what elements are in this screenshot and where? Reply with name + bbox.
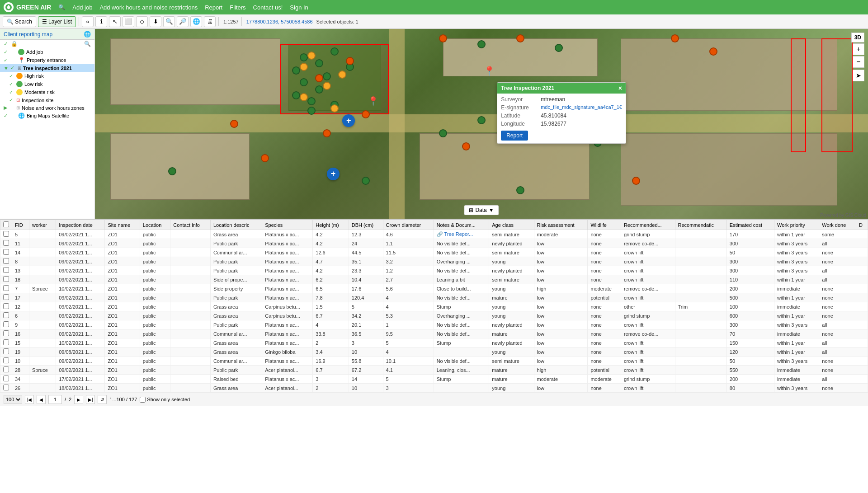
data-panel-button[interactable]: ⊞ Data ▼ [464,205,499,215]
col-notes[interactable]: Notes & Docum... [434,220,489,230]
col-rec1[interactable]: Recommended... [621,220,675,230]
sidebar-search-icon[interactable]: 🔍 [84,41,91,47]
location-button[interactable]: ➤ [853,70,864,81]
col-cost[interactable]: Estimated cost [726,220,774,230]
col-site-name[interactable]: Site name [105,220,140,230]
col-age[interactable]: Age class [489,220,534,230]
row-checkbox[interactable] [0,230,12,239]
col-crown[interactable]: Crown diameter [383,220,434,230]
first-page-button[interactable]: |◀ [25,395,34,404]
select-all-checkbox[interactable] [3,221,9,227]
col-location[interactable]: Location [140,220,170,230]
popup-close-button[interactable]: × [618,85,622,92]
row-checkbox[interactable] [0,302,12,311]
row-checkbox[interactable] [0,384,12,393]
col-d[interactable]: D [856,220,868,230]
nav-contact[interactable]: Contact us! [253,4,283,11]
sidebar-item-inspection-site[interactable]: ✓ ⊡ Inspection site [0,96,94,104]
layer-list-button[interactable]: ☰ Layer List [38,16,76,27]
map-container[interactable]: 📍 📍 📍 + + Tree Inspection 2021 × Surveyo… [95,29,868,219]
row-checkbox[interactable] [0,357,12,366]
add-button-2[interactable]: + [327,168,340,180]
show-only-selected-checkbox[interactable] [140,397,146,403]
polygon-select-button[interactable]: ◇ [136,16,148,27]
search-button[interactable]: 🔍 Search [3,16,36,27]
map-3d-button[interactable]: 3D [851,33,864,42]
row-checkbox[interactable] [0,257,12,266]
row-site: ZO1 [105,257,140,266]
row-checkbox[interactable] [0,347,12,357]
col-fid[interactable]: FID [12,220,29,230]
globe-button[interactable]: 🌐 [190,16,202,27]
nav-add-job[interactable]: Add job [72,4,92,11]
cursor-button[interactable]: ↖ [109,16,121,27]
tree-report-link[interactable]: 🔗 Tree Repor... [437,231,473,237]
prev-page-button[interactable]: ◀ [37,395,46,404]
row-checkbox[interactable] [0,329,12,338]
tree-green-3 [292,66,300,75]
row-checkbox[interactable] [0,266,12,275]
col-species[interactable]: Species [262,220,313,230]
info-button[interactable]: ℹ [95,16,107,27]
zoom-in-button[interactable]: 🔍 [163,16,175,27]
col-worker[interactable]: worker [29,220,56,230]
row-checkbox[interactable] [0,338,12,347]
row-checkbox[interactable] [0,320,12,329]
nav-filters[interactable]: Filters [230,4,245,11]
nav-back-button[interactable]: « [82,16,94,27]
add-button-1[interactable]: + [342,114,355,127]
sidebar-item-add-job[interactable]: ✓ Add job [0,48,94,56]
col-inspection-date[interactable]: Inspection date [56,220,105,230]
popup-report-button[interactable]: Report [501,131,528,141]
col-checkbox[interactable] [0,220,12,230]
sidebar-item-high-risk[interactable]: ✓ High risk [0,72,94,80]
col-location-desc[interactable]: Location descric [210,220,262,230]
nav-search-icon[interactable]: 🔍 [58,4,65,10]
logo[interactable]: GREEN AIR [4,2,51,12]
rows-per-page-select[interactable]: 100 50 25 [4,395,22,404]
row-age: semi mature [489,230,534,239]
refresh-button[interactable]: ↺ [98,395,107,404]
row-checkbox[interactable] [0,375,12,384]
zoom-out-button[interactable]: 🔎 [177,16,189,27]
next-page-button[interactable]: ▶ [74,395,83,404]
row-checkbox[interactable] [0,284,12,293]
download-button[interactable]: ⬇ [150,16,161,27]
col-work-done[interactable]: Work done [819,220,856,230]
zoom-in-map-button[interactable]: + [853,43,864,55]
row-checkbox[interactable] [0,248,12,257]
row-fid: 10 [12,357,29,366]
rectangle-select-button[interactable]: ⬜ [123,16,134,27]
tree-orange-1 [346,57,354,65]
row-checkbox[interactable] [0,275,12,284]
col-height[interactable]: Height (m) [313,220,349,230]
col-risk[interactable]: Risk assessment [534,220,588,230]
nav-work-hours[interactable]: Add work hours and noise restrictions [99,4,198,11]
row-rec1: grind stump [621,311,675,320]
sidebar-item-tree-inspection[interactable]: ▼ ✓ ⊞ Tree inspection 2021 [0,64,94,72]
nav-report[interactable]: Report [205,4,222,11]
zoom-out-map-button[interactable]: − [853,56,864,68]
page-number-input[interactable] [48,395,62,404]
row-checkbox[interactable] [0,311,12,320]
print-button[interactable]: 🖨 [204,16,216,27]
popup-esig-value[interactable]: mdc_file_mdc_signature_aa4ca7_1€ [541,104,622,111]
row-rec1: crown lift [621,384,675,393]
sidebar-item-bing[interactable]: ✓ 🌐 Bing Maps Satellite [0,112,94,120]
sidebar-item-low-risk[interactable]: ✓ Low risk [0,80,94,88]
sidebar-item-property-entrance[interactable]: ✓ 📍 Property entrance [0,56,94,64]
row-species: Acer platanoi... [262,366,313,375]
row-checkbox[interactable] [0,366,12,375]
sidebar-item-moderate-risk[interactable]: ✓ Moderate risk [0,88,94,96]
col-rec2[interactable]: Recommendatic [675,220,726,230]
col-dbh[interactable]: DBH (cm) [349,220,383,230]
col-wildlife[interactable]: Wildlife [588,220,621,230]
row-checkbox[interactable] [0,239,12,248]
row-checkbox[interactable] [0,293,12,302]
col-contact-info[interactable]: Contact info [170,220,211,230]
row-wildlife: none [588,329,621,338]
last-page-button[interactable]: ▶| [86,395,95,404]
sidebar-item-noise[interactable]: ▶ ⊞ Noise and work hours zones [0,104,94,112]
nav-signin[interactable]: Sign In [290,4,308,11]
col-priority[interactable]: Work priority [774,220,819,230]
